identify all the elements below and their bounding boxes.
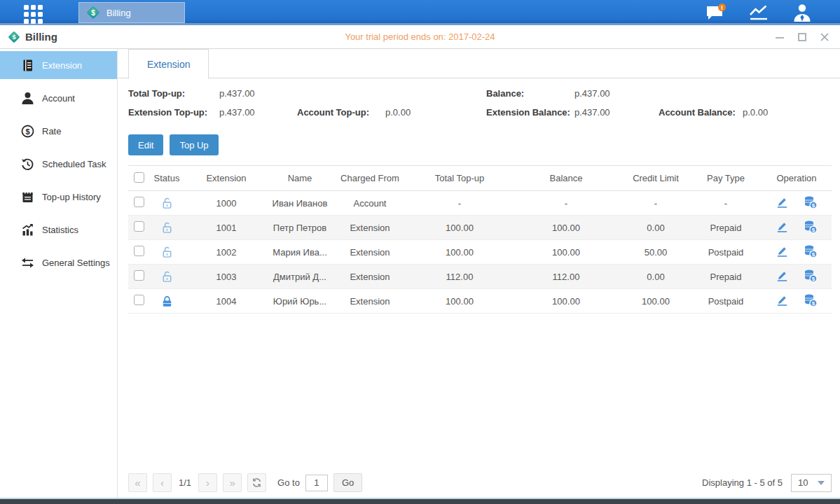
statistics-chart-icon <box>21 223 34 237</box>
row-checkbox[interactable] <box>134 197 144 207</box>
summary-panel: Total Top-up: p.437.00 Balance: p.437.00… <box>128 88 829 118</box>
top-up-row-icon[interactable]: $ <box>804 269 818 285</box>
sidebar-item-label: Rate <box>42 126 61 136</box>
account-person-icon <box>21 92 34 105</box>
cell-name: Иван Иванов <box>268 191 331 216</box>
row-checkbox[interactable] <box>134 270 144 281</box>
maximize-button[interactable] <box>797 31 808 43</box>
table-row[interactable]: 1003 Дмитрий Д... Extension 112.00 112.0… <box>128 265 832 289</box>
reports-chart-icon[interactable] <box>748 3 770 22</box>
minimize-button[interactable] <box>774 31 785 43</box>
tab-bar: Extension <box>118 49 840 78</box>
edit-row-icon[interactable] <box>776 195 789 211</box>
top-up-button[interactable]: Top Up <box>170 134 218 155</box>
col-name: Name <box>268 166 331 191</box>
total-topup-value: p.437.00 <box>219 88 297 99</box>
cell-balance: 100.00 <box>511 216 621 240</box>
edit-row-icon[interactable] <box>776 220 789 235</box>
edit-button[interactable]: Edit <box>128 134 163 155</box>
cell-name: Петр Петров <box>268 216 331 240</box>
desktop-strip <box>0 498 840 504</box>
first-page-button[interactable]: « <box>128 473 147 492</box>
col-credit-limit: Credit Limit <box>621 166 690 191</box>
cell-charged-from: Extension <box>331 240 408 265</box>
prev-page-button[interactable]: ‹ <box>153 473 172 492</box>
refresh-button[interactable] <box>247 473 266 492</box>
cell-credit-limit: 0.00 <box>621 265 690 289</box>
cell-pay-type: - <box>690 191 762 216</box>
extension-balance-label: Extension Balance: <box>486 107 574 118</box>
billing-app-tab-label: Billing <box>106 8 131 18</box>
sidebar-item-rate[interactable]: $ Rate <box>0 117 117 145</box>
sidebar-item-label: Scheduled Task <box>42 159 106 169</box>
balance-label: Balance: <box>486 88 574 99</box>
extensions-table: Status Extension Name Charged From Total… <box>128 165 832 314</box>
billing-diamond-icon: $ <box>85 5 101 20</box>
user-account-icon[interactable] <box>791 3 813 22</box>
edit-row-icon[interactable] <box>776 293 789 309</box>
go-button[interactable]: Go <box>333 473 362 492</box>
top-up-row-icon[interactable]: $ <box>804 244 818 260</box>
billing-app-tab[interactable]: $ Billing <box>78 2 185 23</box>
cell-total-topup: - <box>408 191 511 216</box>
close-button[interactable] <box>819 31 830 43</box>
general-settings-arrows-icon <box>21 256 34 270</box>
col-total-topup: Total Top-up <box>408 166 511 191</box>
row-checkbox[interactable] <box>134 221 144 232</box>
chevron-down-icon <box>818 481 825 485</box>
pagination-bar: « ‹ 1/1 › » Go to Go Displaying 1 - 5 of… <box>128 473 832 492</box>
lock-status-icon <box>160 246 174 256</box>
cell-balance: - <box>511 191 621 216</box>
next-page-button[interactable]: › <box>198 473 217 492</box>
col-pay-type: Pay Type <box>690 166 762 191</box>
cell-total-topup: 100.00 <box>408 216 511 240</box>
top-up-row-icon[interactable]: $ <box>804 220 818 236</box>
lock-status-icon <box>160 270 174 281</box>
col-status: Status <box>149 166 184 191</box>
messages-icon[interactable]: ! <box>704 3 727 22</box>
cell-credit-limit: 0.00 <box>621 216 690 240</box>
sidebar-item-topup-history[interactable]: Top-up History <box>0 183 117 211</box>
top-up-row-icon[interactable]: $ <box>804 195 818 211</box>
sidebar-item-label: Top-up History <box>42 192 101 202</box>
top-up-row-icon[interactable]: $ <box>804 293 818 309</box>
table-row[interactable]: 1004 Юрий Юрь... Extension 100.00 100.00… <box>128 289 832 314</box>
cell-credit-limit: 50.00 <box>621 240 690 265</box>
cell-balance: 112.00 <box>511 265 621 289</box>
sidebar-item-extension[interactable]: Extension <box>0 51 117 79</box>
cell-extension: 1001 <box>184 216 268 240</box>
table-row[interactable]: 1000 Иван Иванов Account - - - - $ <box>128 191 832 216</box>
row-checkbox[interactable] <box>134 295 144 305</box>
extension-ledger-icon <box>21 59 34 72</box>
table-row[interactable]: 1001 Петр Петров Extension 100.00 100.00… <box>128 216 832 240</box>
top-app-bar: $ Billing ! <box>0 0 840 25</box>
scheduled-task-clock-icon <box>21 158 34 171</box>
select-all-checkbox[interactable] <box>134 172 144 183</box>
edit-row-icon[interactable] <box>776 269 789 284</box>
tab-extension[interactable]: Extension <box>128 49 209 79</box>
cell-extension: 1003 <box>184 265 268 289</box>
page-size-select[interactable]: 10 <box>791 474 832 492</box>
sidebar-item-general-settings[interactable]: General Settings <box>0 248 117 276</box>
sidebar-item-label: Statistics <box>42 225 78 235</box>
sidebar-item-label: Account <box>42 93 75 104</box>
edit-row-icon[interactable] <box>776 244 789 260</box>
sidebar-item-account[interactable]: Account <box>0 84 117 112</box>
table-row[interactable]: 1002 Мария Ива... Extension 100.00 100.0… <box>128 240 832 265</box>
goto-label: Go to <box>277 477 300 488</box>
sidebar-item-scheduled-task[interactable]: Scheduled Task <box>0 150 117 178</box>
row-checkbox[interactable] <box>134 246 144 256</box>
goto-page-input[interactable] <box>305 475 328 491</box>
cell-balance: 100.00 <box>511 240 621 265</box>
last-page-button[interactable]: » <box>223 473 242 492</box>
cell-pay-type: Postpaid <box>690 240 762 265</box>
lock-status-icon <box>160 197 174 207</box>
cell-pay-type: Prepaid <box>690 216 762 240</box>
cell-extension: 1000 <box>184 191 268 216</box>
extension-topup-value: p.437.00 <box>219 107 297 118</box>
col-balance: Balance <box>511 166 621 191</box>
svg-text:$: $ <box>812 202 815 208</box>
cell-charged-from: Account <box>331 191 408 216</box>
apps-grid-icon[interactable] <box>24 5 43 24</box>
sidebar-item-statistics[interactable]: Statistics <box>0 216 117 244</box>
